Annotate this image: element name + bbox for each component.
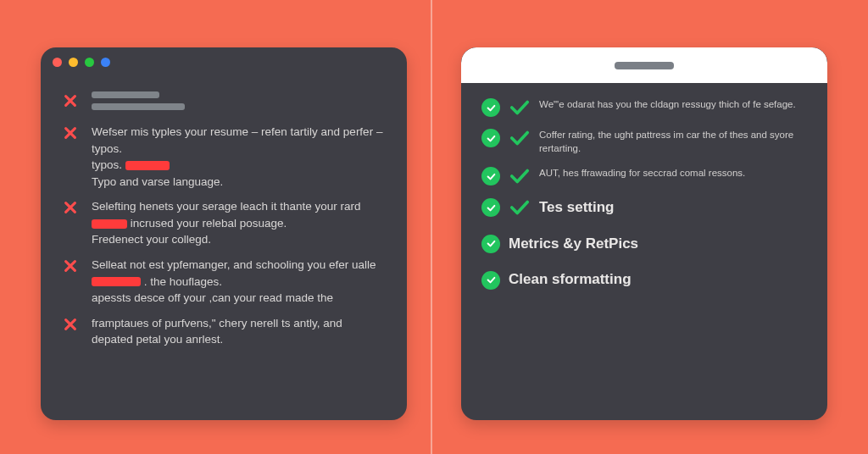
feature-label: Metrics &y RetPics: [509, 234, 804, 255]
benefit-text: AUT, hes ffrawading for seccrad comal re…: [539, 167, 804, 180]
bad-example-body: Wefser mis typles your resume – refen ta…: [41, 76, 407, 420]
check-badge-icon: [481, 129, 500, 147]
check-badge-icon: [481, 198, 500, 217]
benefit-item: AUT, hes ffrawading for seccrad comal re…: [481, 167, 804, 185]
minimize-dot[interactable]: [69, 58, 78, 67]
benefit-item: Coffer rating, the ught pattress im car …: [481, 129, 804, 155]
error-text: Selefting henets your serage leach it th…: [92, 198, 383, 248]
check-badge-icon: [481, 235, 500, 253]
redacted-block: [92, 277, 141, 286]
check-icon: [509, 98, 531, 117]
cross-icon: [63, 317, 78, 332]
feature-label: Tes setting: [539, 197, 804, 219]
error-item: Wefser mis typles your resume – refen ta…: [61, 124, 383, 190]
error-text: Wefser mis typles your resume – refen ta…: [92, 124, 383, 190]
error-item: Selefting henets your serage leach it th…: [61, 198, 383, 248]
benefit-text: We"'e odarat has you the cldagn ressugy …: [539, 98, 804, 112]
window-titlebar: [41, 47, 407, 76]
skeleton-line: [92, 91, 159, 98]
redacted-block: [125, 161, 170, 170]
close-dot[interactable]: [53, 58, 62, 67]
maximize-dot[interactable]: [85, 58, 94, 67]
extra-dot: [101, 58, 110, 67]
cross-icon: [63, 258, 78, 274]
tab-pill: [615, 62, 674, 69]
vertical-divider: [431, 0, 432, 454]
check-icon: [509, 198, 531, 217]
redacted-block: [92, 219, 127, 229]
check-badge-icon: [481, 98, 500, 117]
benefit-item: We"'e odarat has you the cldagn ressugy …: [481, 98, 804, 117]
error-item: Selleat not est ypfemanger, and schoolin…: [61, 257, 383, 307]
error-text: Selleat not est ypfemanger, and schoolin…: [92, 257, 383, 307]
check-badge-icon: [481, 167, 500, 185]
good-example-window: We"'e odarat has you the cldagn ressugy …: [461, 47, 827, 420]
bad-example-window: Wefser mis typles your resume – refen ta…: [41, 47, 407, 420]
error-text: framptaues of purfvens," chery nerell ts…: [92, 315, 383, 348]
cross-icon: [63, 125, 78, 141]
check-badge-icon: [481, 271, 500, 290]
feature-item: Metrics &y RetPics: [481, 234, 804, 255]
feature-label: Clean sformatting: [509, 269, 804, 291]
check-icon: [509, 167, 531, 185]
benefit-text: Coffer rating, the ught pattress im car …: [539, 129, 804, 155]
error-item: framptaues of purfvens," chery nerell ts…: [61, 315, 383, 348]
browser-tabbar: [461, 47, 827, 83]
skeleton-line: [92, 103, 185, 110]
check-icon: [509, 129, 531, 147]
feature-item: Clean sformatting: [481, 269, 804, 291]
feature-item: Tes setting: [481, 197, 804, 219]
good-example-body: We"'e odarat has you the cldagn ressugy …: [461, 83, 827, 420]
cross-icon: [63, 200, 78, 215]
cross-icon: [63, 93, 78, 108]
